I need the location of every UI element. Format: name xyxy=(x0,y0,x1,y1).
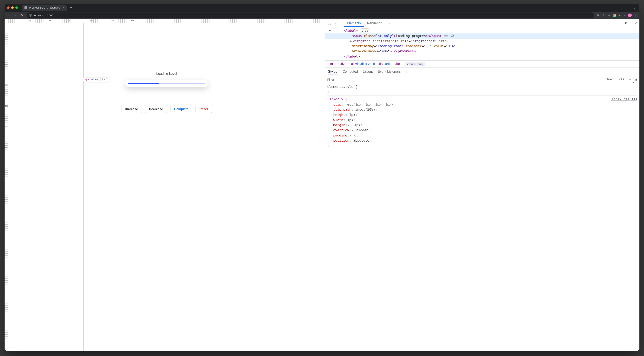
reload-icon[interactable]: ⟳ xyxy=(20,14,24,17)
close-devtools-icon[interactable]: ✕ xyxy=(634,21,637,25)
tab-title: Progress | GUI Challenges xyxy=(29,6,60,9)
progress-card xyxy=(125,80,208,87)
window-controls xyxy=(7,7,18,9)
tab-overflow-icon[interactable]: » xyxy=(386,20,393,27)
styles-pane[interactable]: element.style { } index.css:111 .sr-only… xyxy=(325,83,640,351)
close-tab-icon[interactable]: × xyxy=(62,6,64,9)
loading-label: Loading Level xyxy=(156,72,177,76)
ruler-tick: 500 xyxy=(110,20,114,22)
ruler-tick: 300 xyxy=(5,84,8,86)
zoom-window-icon[interactable] xyxy=(15,7,18,9)
url-port: :3000 xyxy=(46,14,53,17)
crumb[interactable]: div.card xyxy=(379,62,390,66)
progress-track xyxy=(128,83,205,84)
ruler-tick: 200 xyxy=(5,63,8,65)
rule-source-link[interactable]: index.css:111 xyxy=(612,97,637,102)
browser-window: Progress | GUI Challenges × + ⌄ ← → ⟳ ⓘ … xyxy=(4,4,640,351)
panel-toggle-icon[interactable]: ▣ xyxy=(633,76,640,83)
cls-toggle[interactable]: .cls xyxy=(615,76,626,83)
styles-filter-input[interactable] xyxy=(325,78,603,81)
url-host: localhost xyxy=(34,14,44,17)
css-declaration[interactable]: margin:▶ -1px; xyxy=(327,122,637,128)
ruler-vertical: 100200300400500600 xyxy=(4,23,8,351)
complete-button[interactable]: Complete xyxy=(170,105,192,113)
extension-color-icon[interactable] xyxy=(613,14,616,17)
subtab-styles[interactable]: Styles xyxy=(328,68,338,75)
ruler-tick: 600 xyxy=(5,146,8,148)
minimize-window-icon[interactable] xyxy=(11,7,14,9)
breadcrumb[interactable]: htmlbodymain#loading-zonediv.cardlabelsp… xyxy=(325,61,640,68)
device-toggle-icon[interactable]: ▭ xyxy=(334,21,340,25)
crumb[interactable]: label xyxy=(394,62,400,66)
inspect-tooltip: span.sr-only 1 × 1 xyxy=(83,77,109,82)
tab-elements[interactable]: Elements xyxy=(344,20,364,27)
crumb[interactable]: html xyxy=(328,62,334,66)
dom-tree[interactable]: ▼<label> grid <span class="sr-only">Load… xyxy=(325,28,640,61)
progress-fill xyxy=(128,83,159,84)
content-split: 100200300400500600 100200300400500600 Lo… xyxy=(4,19,640,351)
media-queue-icon[interactable]: ≡ xyxy=(624,14,626,17)
new-rule-icon[interactable]: + xyxy=(626,76,633,83)
inspect-element-icon[interactable]: ⬚ xyxy=(326,21,333,25)
hover-toggle[interactable]: :hov xyxy=(603,76,615,83)
toolbar-right: ⇱ ⇧ ☆ ✧ ≡ ⋮ xyxy=(597,14,637,17)
inspect-dimensions: 1 × 1 xyxy=(100,78,108,81)
dom-selected-node[interactable]: <span class="sr-only">Loading progress</… xyxy=(325,34,640,39)
css-declaration[interactable]: position: absolute; xyxy=(327,138,637,143)
reset-button[interactable]: Reset xyxy=(196,105,212,113)
decrease-button[interactable]: Decrease xyxy=(145,105,167,113)
bookmark-star-icon[interactable]: ☆ xyxy=(608,14,610,17)
forward-icon[interactable]: → xyxy=(13,14,17,17)
subtab-layout[interactable]: Layout xyxy=(363,70,373,74)
open-external-icon[interactable]: ⇱ xyxy=(597,14,600,17)
css-declaration[interactable]: overflow:▶ hidden; xyxy=(327,128,637,133)
favicon-icon xyxy=(24,6,28,9)
sr-only-rule[interactable]: index.css:111 .sr-only { clip: rect(1px,… xyxy=(327,95,637,148)
tab-rendering[interactable]: Rendering xyxy=(364,20,385,27)
new-tab-button[interactable]: + xyxy=(68,6,74,10)
devtools-menu-icon[interactable]: ⋮ xyxy=(629,21,632,25)
crumb[interactable]: span.sr-only xyxy=(404,62,425,66)
styles-filter-bar: :hov .cls + ▣ xyxy=(325,76,640,83)
titlebar: Progress | GUI Challenges × + ⌄ xyxy=(4,4,640,12)
css-declaration[interactable]: clip-path: inset(50%); xyxy=(327,107,637,112)
devtools-tabbar: ⬚ ▭ Elements Rendering » ⚙ ⋮ ✕ xyxy=(325,19,640,28)
share-icon[interactable]: ⇧ xyxy=(602,14,605,17)
address-bar[interactable]: ⓘ localhost:3000 xyxy=(26,13,594,18)
browser-tab[interactable]: Progress | GUI Challenges × xyxy=(22,5,66,11)
ruler-tick: 100 xyxy=(28,20,30,22)
profile-avatar-icon[interactable] xyxy=(628,14,632,17)
tab-overflow-icon[interactable]: ⌄ xyxy=(634,6,637,9)
styles-tabbar: Styles Computed Layout Event Listeners » xyxy=(325,68,640,76)
subtab-event-listeners[interactable]: Event Listeners xyxy=(378,70,401,74)
site-info-icon[interactable]: ⓘ xyxy=(29,14,32,17)
settings-gear-icon[interactable]: ⚙ xyxy=(625,21,628,25)
crumb[interactable]: main#loading-zone xyxy=(348,62,375,66)
page-canvas: Loading Level span.sr-only 1 × 1 Increas… xyxy=(8,23,325,351)
ruler-tick: 200 xyxy=(48,20,51,22)
css-declaration[interactable]: height: 1px; xyxy=(327,112,637,118)
css-declaration[interactable]: padding:▶ 0; xyxy=(327,133,637,138)
ruler-tick: 500 xyxy=(5,126,8,128)
subtab-overflow-icon[interactable]: » xyxy=(406,70,408,74)
css-declaration[interactable]: width: 1px; xyxy=(327,118,637,123)
ruler-tick: 300 xyxy=(69,20,72,22)
separator xyxy=(342,21,342,26)
inspect-selector-tag: span xyxy=(85,78,90,81)
crumb[interactable]: body xyxy=(338,62,344,66)
devtools-panel: ⬚ ▭ Elements Rendering » ⚙ ⋮ ✕ ▼<label> … xyxy=(325,19,640,351)
subtab-computed[interactable]: Computed xyxy=(342,70,358,74)
inspect-selector-class: .sr-only xyxy=(90,78,98,81)
css-declaration[interactable]: clip: rect(1px, 1px, 1px, 1px); xyxy=(327,102,637,107)
url-toolbar: ← → ⟳ ⓘ localhost:3000 ⇱ ⇧ ☆ ✧ ≡ ⋮ xyxy=(4,12,640,19)
ruler-horizontal: 100200300400500600 xyxy=(8,19,325,23)
close-window-icon[interactable] xyxy=(7,7,10,9)
ruler-tick: 400 xyxy=(90,20,93,22)
layout-badge[interactable]: grid xyxy=(360,29,370,33)
element-style-rule[interactable]: element.style { } xyxy=(327,84,637,95)
ruler-tick: 100 xyxy=(5,43,8,45)
increase-button[interactable]: Increase xyxy=(121,105,142,113)
browser-menu-icon[interactable]: ⋮ xyxy=(634,14,637,17)
extensions-icon[interactable]: ✧ xyxy=(618,14,621,17)
back-icon[interactable]: ← xyxy=(7,14,10,17)
